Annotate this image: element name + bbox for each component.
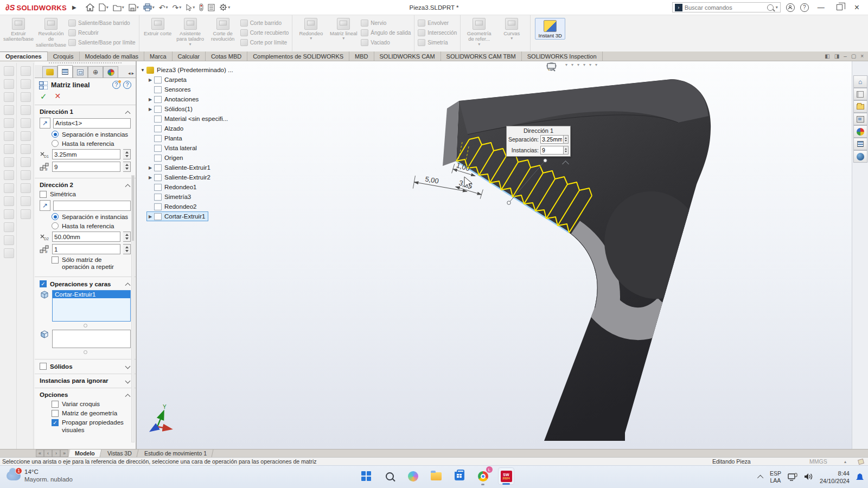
edit-appearance-icon[interactable]: ▾ xyxy=(583,62,585,67)
reverse-direction-button[interactable]: ↗ xyxy=(40,118,50,129)
toolbar-icon[interactable] xyxy=(21,66,31,76)
command-tab[interactable]: Cotas MBD xyxy=(206,52,247,61)
curves-button[interactable]: Curvas▾ xyxy=(496,17,527,41)
copilot-button[interactable] xyxy=(405,467,421,485)
search-dropdown-icon[interactable]: ▾ xyxy=(776,5,778,10)
taskpane-resources-icon[interactable] xyxy=(853,88,867,100)
toolbar-icon[interactable] xyxy=(21,105,31,115)
doc-minimize-icon[interactable]: – xyxy=(844,53,847,59)
network-icon[interactable] xyxy=(788,473,797,482)
collapse-icon[interactable] xyxy=(125,184,131,189)
instances-d1-spinner[interactable] xyxy=(123,162,131,172)
toolbar-icon[interactable] xyxy=(21,131,31,141)
command-tab[interactable]: SOLIDWORKS Inspection xyxy=(522,52,603,61)
taskbar-clock[interactable]: 8:4424/10/2024 xyxy=(820,470,850,485)
tree-item[interactable]: Planta xyxy=(146,133,186,143)
pane-right-icon[interactable]: ◨ xyxy=(834,53,839,59)
tree-item[interactable]: Sensores xyxy=(146,85,194,94)
tree-item[interactable]: Saliente-Extruir1 xyxy=(146,163,214,172)
minimize-button[interactable]: — xyxy=(814,3,828,11)
toolbar-icon[interactable] xyxy=(4,235,14,245)
file-properties-icon[interactable] xyxy=(206,2,216,14)
expand-icon[interactable] xyxy=(125,364,131,369)
wrap-button[interactable]: Envolver xyxy=(418,19,457,27)
tree-item[interactable]: Anotaciones xyxy=(146,94,202,104)
tab-featuremanager[interactable] xyxy=(42,66,58,78)
expander-icon[interactable] xyxy=(146,107,154,112)
spacing-d1-spinner[interactable] xyxy=(123,149,131,159)
callout-spacing-field[interactable] xyxy=(540,135,564,144)
extrude-boss-button[interactable]: Extruir saliente/base xyxy=(3,17,34,42)
toolbar-icon[interactable] xyxy=(21,196,31,206)
tree-item[interactable]: Cortar-Extruir1 xyxy=(146,211,208,221)
tree-item[interactable]: Material <sin especifi... xyxy=(146,114,231,124)
dimension-label[interactable]: 5,00 xyxy=(424,175,439,185)
options-gear-icon[interactable]: ▾ xyxy=(218,2,232,14)
tag-icon[interactable] xyxy=(858,458,864,464)
status-expand-icon[interactable]: ▴ xyxy=(844,459,846,464)
tree-item[interactable]: Simetría3 xyxy=(146,192,194,202)
menu-flyout-arrow[interactable]: ▶ xyxy=(72,4,76,10)
list-resize-handle[interactable] xyxy=(84,350,87,354)
toolbar-icon[interactable] xyxy=(4,196,14,206)
rib-button[interactable]: Nervio xyxy=(361,19,411,27)
expand-icon[interactable] xyxy=(125,378,131,383)
tabs-scroll-right-icon[interactable]: ▸ xyxy=(131,70,134,76)
spacing-d2-spinner[interactable] xyxy=(123,232,131,242)
language-indicator[interactable]: ESPLAA xyxy=(770,470,781,484)
expander-icon[interactable] xyxy=(146,97,154,102)
command-tab[interactable]: SOLIDWORKS CAM TBM xyxy=(441,52,522,61)
direction1-callout[interactable]: Dirección 1 Separación: Instancias: xyxy=(506,126,571,157)
spacing-d2-field[interactable] xyxy=(52,232,120,242)
mirror-button[interactable]: Simetría xyxy=(418,38,457,47)
callout-instances-spinner[interactable] xyxy=(564,146,569,155)
tree-item[interactable]: Saliente-Extruir2 xyxy=(146,172,214,182)
taskpane-design-library-icon[interactable] xyxy=(853,100,867,113)
tree-item[interactable]: Carpeta xyxy=(146,75,190,85)
draft-button[interactable]: Ángulo de salida xyxy=(361,29,411,37)
notification-bell-icon[interactable] xyxy=(856,473,864,481)
up-to-reference-radio[interactable] xyxy=(52,140,59,147)
taskpane-custom-properties-icon[interactable] xyxy=(853,138,867,150)
hide-show-items-icon[interactable]: ▾ xyxy=(577,62,579,67)
document-tab[interactable]: Modelo xyxy=(69,450,102,457)
boundary-cut-button[interactable]: Corte por límite xyxy=(240,38,289,47)
swept-cut-button[interactable]: Corte barrido xyxy=(240,19,289,27)
file-explorer-button[interactable] xyxy=(428,467,444,485)
tab-dimxpert[interactable] xyxy=(88,66,103,78)
command-tab[interactable]: Marca xyxy=(144,52,173,61)
taskpane-home-icon[interactable]: ⌂ xyxy=(853,75,867,88)
rebuild-icon[interactable] xyxy=(197,2,205,14)
tab-nav-prev-icon[interactable]: ‹ xyxy=(44,450,52,457)
toolbar-icon[interactable] xyxy=(21,144,31,154)
command-tab[interactable]: SOLIDWORKS CAM xyxy=(374,52,441,61)
vary-sketch-checkbox[interactable] xyxy=(52,401,59,408)
instant3d-button[interactable]: Instant 3D xyxy=(535,18,565,40)
revolve-cut-button[interactable]: Corte de revolución xyxy=(208,17,238,42)
toolbar-icon[interactable] xyxy=(4,144,14,154)
solids-checkbox[interactable] xyxy=(40,363,47,370)
expander-icon[interactable] xyxy=(146,175,154,180)
print-icon[interactable]: ▾ xyxy=(142,2,156,14)
doc-restore-icon[interactable]: ▢ xyxy=(851,53,856,59)
boundary-boss-button[interactable]: Saliente/Base por límite xyxy=(68,38,136,47)
direction2-reference-field[interactable] xyxy=(53,201,131,211)
open-icon[interactable]: ▾ xyxy=(111,2,126,14)
tab-nav-next-icon[interactable]: › xyxy=(52,450,60,457)
tab-configurations[interactable] xyxy=(73,66,88,78)
help-icon[interactable]: ? xyxy=(800,3,809,12)
restore-button[interactable] xyxy=(837,4,843,10)
toolbar-icon[interactable] xyxy=(4,118,14,128)
command-tab[interactable]: MBD xyxy=(349,52,374,61)
toolbar-icon[interactable] xyxy=(21,79,31,89)
select-cursor-icon[interactable]: ▾ xyxy=(184,2,196,14)
expander-icon[interactable] xyxy=(139,68,146,73)
features-list[interactable]: Cortar-Extruir1 xyxy=(52,290,131,322)
home-icon[interactable] xyxy=(84,2,96,14)
taskpane-toolbox-icon[interactable] xyxy=(853,113,867,125)
shell-button[interactable]: Vaciado xyxy=(361,38,411,47)
intersect-button[interactable]: Intersección xyxy=(418,29,457,37)
toolbar-icon[interactable] xyxy=(21,209,31,219)
toolbar-icon[interactable] xyxy=(4,66,14,76)
apply-scene-icon[interactable]: ▾ xyxy=(589,62,591,67)
